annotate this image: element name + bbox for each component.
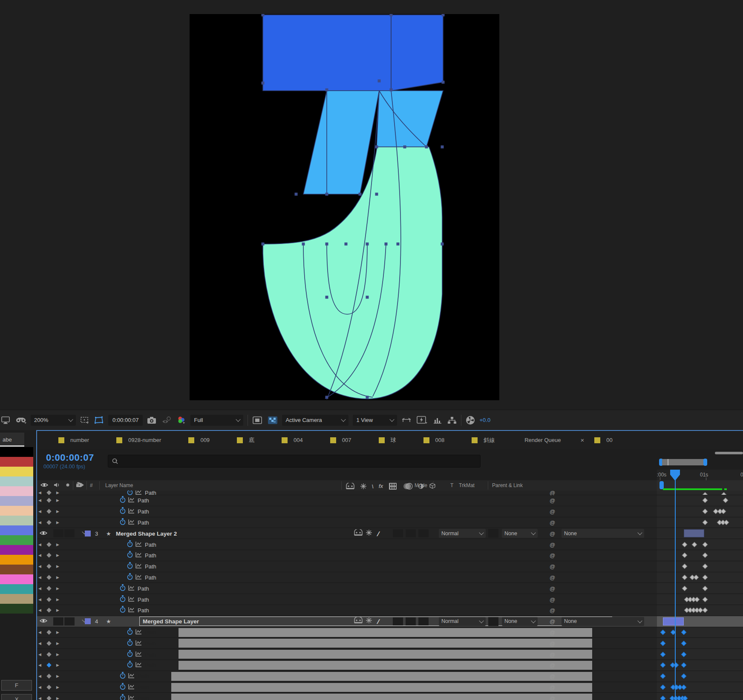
prev-keyframe-arrow[interactable]: ◀ bbox=[38, 564, 41, 568]
prev-keyframe-arrow[interactable]: ◀ bbox=[38, 608, 41, 612]
track-row[interactable] bbox=[657, 583, 743, 594]
stopwatch-icon[interactable] bbox=[120, 507, 126, 516]
track-row[interactable] bbox=[657, 491, 743, 495]
property-name[interactable]: Path bbox=[145, 651, 156, 657]
shape-artwork[interactable] bbox=[190, 14, 499, 400]
col-index[interactable]: # bbox=[90, 482, 93, 488]
chart-icon[interactable] bbox=[433, 416, 442, 424]
tab-render-queue[interactable]: Render Queue bbox=[524, 437, 561, 443]
tab-004[interactable]: 004 bbox=[282, 437, 303, 443]
track-row[interactable] bbox=[657, 594, 743, 605]
keyframe-diamond[interactable] bbox=[682, 553, 688, 558]
fast-preview-icon[interactable] bbox=[417, 416, 428, 425]
track-row[interactable] bbox=[657, 616, 743, 627]
graph-icon[interactable] bbox=[135, 661, 142, 669]
property-name[interactable]: Path bbox=[145, 629, 156, 635]
stopwatch-icon[interactable] bbox=[127, 628, 133, 637]
keyframe-diamond[interactable] bbox=[703, 585, 708, 591]
keyframe-diamond[interactable] bbox=[660, 640, 666, 646]
stopwatch-icon[interactable] bbox=[127, 639, 133, 648]
row-outline[interactable]: ◀▶Path@ bbox=[37, 627, 657, 638]
switch-cell[interactable] bbox=[418, 529, 429, 537]
3d-glasses-icon[interactable] bbox=[15, 417, 26, 424]
keyframe-diamond[interactable] bbox=[682, 542, 688, 547]
pickwhip-icon[interactable]: @ bbox=[550, 574, 555, 580]
keyframe-diamond[interactable] bbox=[694, 597, 700, 602]
keyframe-diamond[interactable] bbox=[682, 564, 688, 569]
track-row[interactable] bbox=[657, 506, 743, 517]
lock-cell[interactable] bbox=[64, 617, 75, 625]
property-row-path[interactable]: ◀▶Path@ bbox=[37, 693, 743, 700]
composition-canvas[interactable] bbox=[190, 14, 499, 400]
track-row[interactable] bbox=[657, 649, 743, 660]
keyframe-diamond[interactable] bbox=[703, 597, 708, 602]
row-outline[interactable]: ◀▶Path@ bbox=[37, 495, 657, 506]
switch-cell[interactable] bbox=[393, 617, 403, 625]
shutter-icon[interactable] bbox=[466, 416, 475, 425]
keyframe-diamond[interactable] bbox=[660, 651, 666, 657]
layer-duration-bar[interactable] bbox=[663, 617, 684, 625]
time-ruler[interactable]: 0:00s01s0 bbox=[657, 470, 743, 480]
trkmat-select[interactable]: None bbox=[502, 617, 538, 626]
graph-icon[interactable] bbox=[128, 519, 135, 526]
graph-icon[interactable] bbox=[128, 496, 135, 504]
property-row-path[interactable]: ◀▶Path@ bbox=[37, 572, 743, 583]
label-swatch-2[interactable] bbox=[0, 467, 33, 476]
property-name[interactable]: Path bbox=[145, 574, 156, 580]
prev-keyframe-arrow[interactable]: ◀ bbox=[38, 553, 41, 557]
graph-icon[interactable] bbox=[128, 672, 135, 680]
next-keyframe-arrow[interactable]: ▶ bbox=[56, 630, 59, 634]
keyframe-toggle-diamond[interactable] bbox=[46, 564, 51, 569]
next-keyframe-arrow[interactable]: ▶ bbox=[56, 575, 59, 580]
mask-shape-icon[interactable] bbox=[94, 416, 104, 425]
shy-guy-icon[interactable] bbox=[354, 617, 363, 625]
property-name[interactable]: Path bbox=[138, 508, 149, 515]
tag-icon[interactable] bbox=[77, 482, 85, 488]
prev-keyframe-arrow[interactable]: ◀ bbox=[38, 491, 41, 495]
close-tab-icon[interactable]: × bbox=[581, 436, 585, 444]
stopwatch-icon[interactable] bbox=[127, 562, 133, 571]
keyframe-toggle-diamond[interactable] bbox=[46, 674, 51, 679]
vertex-handle[interactable] bbox=[325, 396, 328, 399]
next-keyframe-arrow[interactable]: ▶ bbox=[56, 491, 59, 495]
prev-keyframe-arrow[interactable]: ◀ bbox=[38, 696, 41, 700]
pickwhip-icon[interactable]: @ bbox=[550, 596, 555, 602]
switch-cell[interactable] bbox=[418, 617, 429, 625]
layer-duration-bar[interactable] bbox=[684, 529, 704, 537]
row-outline[interactable]: ◀▶Path@ bbox=[37, 693, 657, 700]
row-outline[interactable]: ◀▶Path@ bbox=[37, 517, 657, 528]
vertex-handle[interactable] bbox=[397, 243, 400, 246]
track-row[interactable] bbox=[657, 638, 743, 649]
keyframe-toggle-diamond[interactable] bbox=[46, 575, 51, 580]
pickwhip-icon[interactable]: @ bbox=[550, 519, 555, 525]
label-swatch-1[interactable] bbox=[0, 457, 33, 467]
pickwhip-icon[interactable]: @ bbox=[550, 695, 555, 700]
parent-link-select[interactable]: None bbox=[562, 529, 644, 538]
stopwatch-icon[interactable] bbox=[120, 672, 126, 680]
pickwhip-icon[interactable]: @ bbox=[550, 640, 555, 646]
flowchart-icon[interactable] bbox=[447, 416, 457, 424]
keyframe-diamond[interactable] bbox=[703, 509, 708, 514]
prev-keyframe-arrow[interactable]: ◀ bbox=[38, 685, 41, 689]
layer-row[interactable]: 4★Merged Shape Layer/NormalNone@None bbox=[37, 616, 743, 627]
layer-name[interactable]: Merged Shape Layer 2 bbox=[116, 530, 177, 536]
vertex-handle[interactable] bbox=[390, 14, 393, 17]
vertex-handle[interactable] bbox=[325, 296, 328, 299]
next-keyframe-arrow[interactable]: ▶ bbox=[56, 608, 59, 612]
next-keyframe-arrow[interactable]: ▶ bbox=[56, 674, 59, 678]
track-row[interactable] bbox=[657, 572, 743, 583]
prev-keyframe-arrow[interactable]: ◀ bbox=[38, 520, 41, 525]
label-swatch-4[interactable] bbox=[0, 486, 33, 496]
label-swatch-0[interactable] bbox=[0, 447, 33, 457]
property-row-path[interactable]: ◀▶Path@ bbox=[37, 517, 743, 528]
quality-slash-icon[interactable]: \ bbox=[372, 483, 374, 490]
property-row-path[interactable]: ◀▶Path@ bbox=[37, 594, 743, 605]
time-navigator-end-handle[interactable] bbox=[703, 459, 707, 466]
graph-icon[interactable] bbox=[135, 651, 142, 658]
pickwhip-icon[interactable]: @ bbox=[550, 651, 555, 657]
next-keyframe-arrow[interactable]: ▶ bbox=[56, 498, 59, 502]
track-row[interactable] bbox=[657, 550, 743, 561]
keyframe-toggle-diamond[interactable] bbox=[46, 509, 51, 514]
stopwatch-icon[interactable] bbox=[120, 584, 126, 593]
audio-cell[interactable] bbox=[53, 529, 63, 537]
